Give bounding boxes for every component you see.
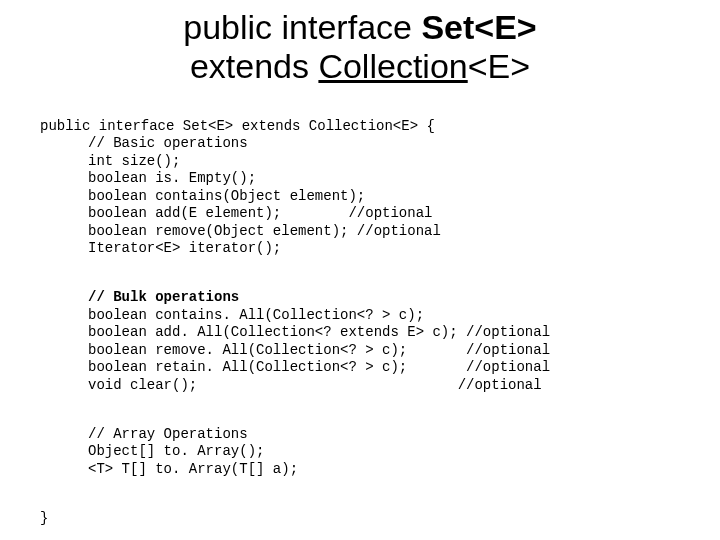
code-block: public interface Set<E> extends Collecti…	[40, 100, 680, 527]
code-addall: boolean add. All(Collection<? extends E>…	[40, 324, 550, 342]
code-comment-bulk: // Bulk operations	[40, 289, 239, 307]
code-toarray: Object[] to. Array();	[40, 443, 264, 461]
code-close: }	[40, 510, 48, 526]
code-comment-array: // Array Operations	[40, 426, 248, 444]
code-remove: boolean remove(Object element); //option…	[40, 223, 441, 241]
code-size: int size();	[40, 153, 180, 171]
code-iterator: Iterator<E> iterator();	[40, 240, 281, 258]
code-add: boolean add(E element); //optional	[40, 205, 432, 223]
code-containsall: boolean contains. All(Collection<? > c);	[40, 307, 424, 325]
code-sig: public interface Set<E> extends Collecti…	[40, 118, 435, 134]
code-clear: void clear(); //optional	[40, 377, 542, 395]
code-toarray-t: <T> T[] to. Array(T[] a);	[40, 461, 298, 479]
code-isempty: boolean is. Empty();	[40, 170, 256, 188]
code-comment-basic: // Basic operations	[40, 135, 248, 153]
title-line2-pre: extends	[190, 47, 319, 85]
title-line2-link: Collection	[318, 47, 467, 85]
slide: public interface Set<E> extends Collecti…	[0, 0, 720, 540]
code-contains: boolean contains(Object element);	[40, 188, 365, 206]
slide-title: public interface Set<E> extends Collecti…	[40, 8, 680, 86]
code-retainall: boolean retain. All(Collection<? > c); /…	[40, 359, 550, 377]
title-line2-post: <E>	[468, 47, 530, 85]
title-line1-pre: public interface	[183, 8, 421, 46]
title-line1-bold: Set<E>	[421, 8, 536, 46]
code-removeall: boolean remove. All(Collection<? > c); /…	[40, 342, 550, 360]
